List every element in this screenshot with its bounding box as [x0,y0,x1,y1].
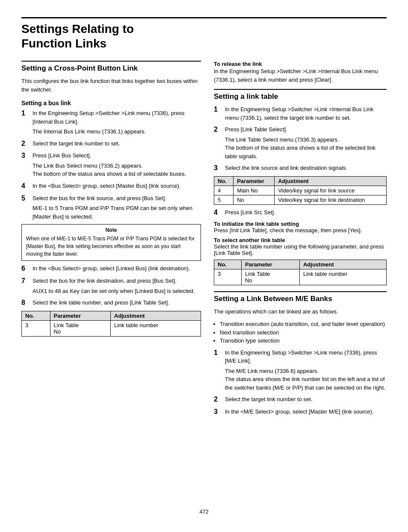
release-link-text: In the Engineering Setup >Switcher >Link… [214,68,378,83]
table-1: No. Parameter Adjustment 3 Link TableNo … [21,311,201,337]
step-num-5: 5 [21,194,29,203]
table3-header-parameter: Parameter [242,260,300,269]
lt-step-2-sub: The Link Table Select menu (7336.3) appe… [225,136,387,161]
me-step-2-text: Select the target link number to set. [225,396,313,402]
me-step-num-2: 2 [214,395,222,404]
release-link-section: To release the link In the Engineering S… [214,61,387,84]
step-num-1: 1 [21,109,29,118]
me-step-1-sub: The M/E Link menu (7336.6) appears.The s… [225,367,387,392]
step-6-text: In the <Bus Select> group, select [Linke… [33,265,190,272]
table3-header-adjustment: Adjustment [299,260,386,269]
list-item: Transition execution (auto transition, c… [220,320,387,328]
lt-step-num-2: 2 [214,125,222,134]
crosspoint-intro: This configures the bus link function th… [21,77,201,94]
link-table-step-2: 2 Press [Link Table Select]. The Link Ta… [214,125,387,160]
table2-header-no: No. [214,176,234,186]
section-rule-2 [214,89,387,90]
link-table-step-3: 3 Select the link source and link destin… [214,164,387,173]
me-banks-title: Setting a Link Between M/E Banks [214,295,387,303]
table-3: No. Parameter Adjustment 3 Link TableNo … [214,260,387,285]
init-link-section: To initialize the link table setting Pre… [214,221,387,233]
lt-step-3-text: Select the link source and link destinat… [225,165,347,171]
step-num-6: 6 [21,264,29,273]
table2-header-adjustment: Adjustment [275,176,387,186]
select-another-section: To select another link table Select the … [214,237,387,256]
step-2-text: Select the target link number to set. [33,140,120,147]
step-7-sub: AUX1 to 48 as Key can be set only when [… [33,287,201,296]
me-banks-bullets: Transition execution (auto transition, c… [220,320,387,345]
me-banks-intro: The operations which can be linked are a… [214,307,387,316]
bus-link-step-1: 1 In the Engineering Setup >Switcher >Li… [21,109,201,136]
step-num-2: 2 [21,139,29,148]
bus-link-step-5: 5 Select the bus for the link source, an… [21,194,201,221]
table3-row1-adj: Link table number [299,269,386,285]
table3-header-no: No. [214,260,242,269]
table2-header-parameter: Parameter [234,176,275,186]
init-link-text: Press [Init Link Table], check the messa… [214,227,362,233]
table-row: 4 Main No Video/key signal for link sour… [214,186,387,195]
section-title-crosspoint: Setting a Cross-Point Button Link [21,64,201,73]
step-3-text: Press [Link Bus Select]. [33,152,91,159]
step-5-text: Select the bus for the link source, and … [33,195,166,201]
section-rule-3 [214,291,387,292]
lt-step-1-text: In the Engineering Setup >Switcher >Link… [225,106,373,121]
step-num-7: 7 [21,277,29,286]
me-step-3-text: In the <M/E Select> group, select [Maste… [225,408,374,415]
me-banks-step-1: 1 In the Engineering Setup >Switcher >Li… [214,349,387,392]
table2-row2-param: No [234,195,275,204]
table2-row1-no: 4 [214,186,234,195]
lt-step-num-3: 3 [214,164,222,173]
me-banks-step-2: 2 Select the target link number to set. [214,395,387,404]
me-step-1-text: In the Engineering Setup >Switcher >Link… [225,349,377,364]
select-another-label: To select another link table [214,237,285,243]
lt-step-2-text: Press [Link Table Select]. [225,126,287,133]
table-row: 3 Link TableNo Link table number [22,320,201,336]
step-num-3: 3 [21,151,29,160]
top-rule [21,17,387,18]
init-link-label: To initialize the link table setting [214,221,299,227]
note-text: When one of M/E-1 to M/E-5 Trans PGM or … [26,235,196,258]
table2-row1-adj: Video/key signal for link source [275,186,387,195]
table3-row1-no: 3 [214,269,242,285]
table2-row1-param: Main No [234,186,275,195]
step-1-text: In the Engineering Setup >Switcher >Link… [33,110,185,125]
bus-link-step-3: 3 Press [Link Bus Select]. The Link Bus … [21,151,201,178]
lt-step-4-text: Press [Link Src Set]. [225,209,275,216]
link-table-title: Setting a link table [214,92,387,101]
bus-link-step-7: 7 Select the bus for the link destinatio… [21,277,201,295]
table1-row1-no: 3 [22,320,50,336]
table1-header-no: No. [22,311,50,320]
step-num-8: 8 [21,299,29,307]
table2-row2-no: 5 [214,195,234,204]
step-5-sub: M/E-1 to 5 Trans PGM and P/P Trans PGM c… [33,204,201,221]
page-title: Settings Relating toFunction Links [21,22,387,50]
table1-row1-adj: Link table number [110,320,201,336]
step-3-sub: The Link Bus Select menu (7336.2) appear… [33,162,201,178]
right-column: To release the link In the Engineering S… [214,61,387,496]
me-step-num-1: 1 [214,349,222,358]
bus-link-step-4: 4 In the <Bus Select> group, select [Mas… [21,182,201,191]
table1-header-parameter: Parameter [50,311,110,320]
step-7-text: Select the bus for the link destination,… [33,278,177,284]
release-link-label: To release the link [214,61,262,67]
table-row: 3 Link TableNo Link table number [214,269,387,285]
lt-step-num-4: 4 [214,208,222,217]
table-2: No. Parameter Adjustment 4 Main No Video… [214,176,387,205]
select-another-text: Select the link table number using the f… [214,243,384,256]
bus-link-step-6: 6 In the <Bus Select> group, select [Lin… [21,264,201,273]
me-step-num-3: 3 [214,408,222,417]
note-box: Note When one of M/E-1 to M/E-5 Trans PG… [21,224,201,261]
step-4-text: In the <Bus Select> group, select [Maste… [33,183,180,189]
table1-row1-param: Link TableNo [50,320,110,336]
table1-header-adjustment: Adjustment [110,311,201,320]
table3-row1-param: Link TableNo [242,269,300,285]
two-col-layout: Setting a Cross-Point Button Link This c… [21,61,387,496]
bus-link-step-2: 2 Select the target link number to set. [21,139,201,148]
left-column: Setting a Cross-Point Button Link This c… [21,61,201,496]
list-item: Next transition selection [220,328,387,337]
list-item: Transition type selection [220,337,387,345]
page: Settings Relating toFunction Links Setti… [0,0,408,532]
step-num-4: 4 [21,182,29,191]
link-table-step-1: 1 In the Engineering Setup >Switcher >Li… [214,105,387,122]
me-banks-step-3: 3 In the <M/E Select> group, select [Mas… [214,408,387,417]
